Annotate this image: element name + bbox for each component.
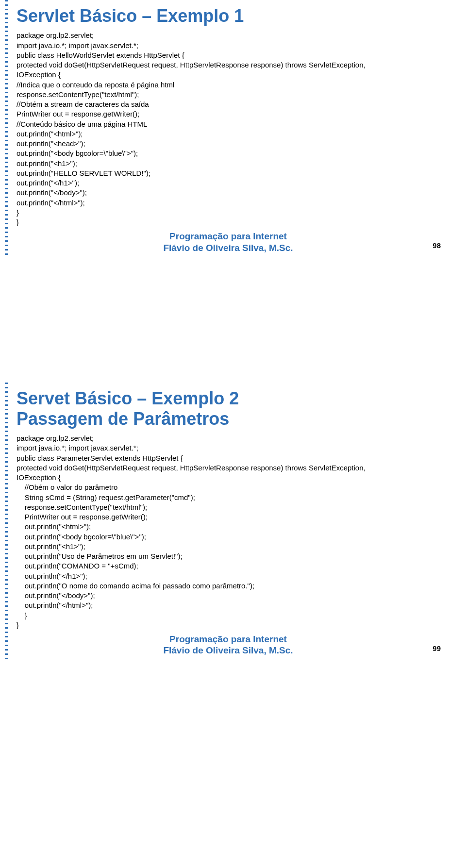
page-number: 98: [433, 241, 441, 250]
code-block: package org.lp2.servlet; import java.io.…: [17, 434, 447, 630]
slide-footer: Programação para Internet Flávio de Oliv…: [5, 231, 451, 254]
footer-line-1: Programação para Internet: [5, 231, 451, 242]
slide-footer: Programação para Internet Flávio de Oliv…: [5, 634, 451, 657]
footer-line-1: Programação para Internet: [5, 634, 451, 645]
footer-line-2: Flávio de Oliveira Silva, M.Sc.: [5, 645, 451, 656]
page-number: 99: [433, 644, 441, 652]
slide-title: Servet Básico – Exemplo 2 Passagem de Pa…: [17, 388, 447, 429]
footer-line-2: Flávio de Oliveira Silva, M.Sc.: [5, 242, 451, 254]
slide-gap: [0, 256, 466, 383]
slide-title: Servlet Básico – Exemplo 1: [17, 6, 447, 26]
code-block: package org.lp2.servlet; import java.io.…: [17, 31, 447, 227]
slide-1: Servlet Básico – Exemplo 1 package org.l…: [5, 0, 451, 256]
slide-2: Servet Básico – Exemplo 2 Passagem de Pa…: [5, 383, 451, 659]
